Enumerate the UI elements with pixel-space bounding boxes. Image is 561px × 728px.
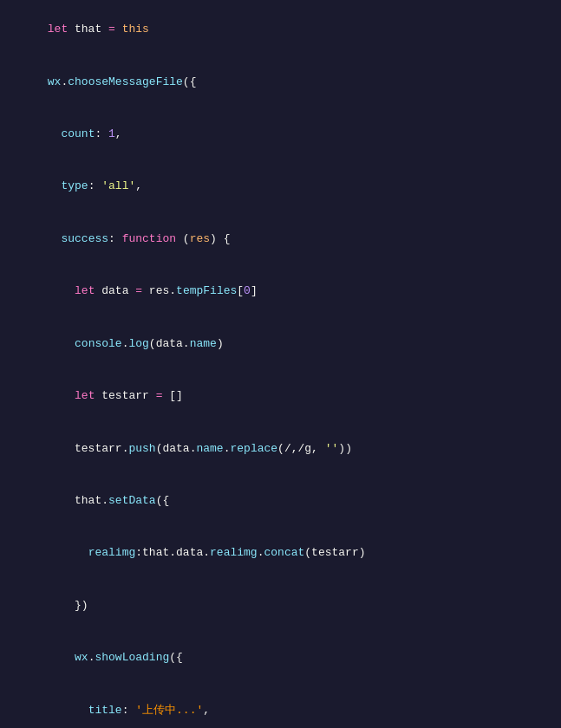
code-line: success: function (res) {	[0, 213, 561, 265]
code-editor: let that = this wx.chooseMessageFile({ c…	[0, 0, 561, 728]
code-line: let testarr = []	[0, 370, 561, 422]
code-line: })	[0, 580, 561, 632]
code-line: wx.showLoading({	[0, 632, 561, 684]
code-line: type: 'all',	[0, 160, 561, 212]
code-line: title: '上传中...',	[0, 684, 561, 728]
code-line: wx.chooseMessageFile({	[0, 55, 561, 107]
code-line: let data = res.tempFiles[0]	[0, 265, 561, 317]
code-line: realimg:that.data.realimg.concat(testarr…	[0, 527, 561, 579]
code-line: count: 1,	[0, 108, 561, 160]
code-line: console.log(data.name)	[0, 318, 561, 370]
code-line: let that = this	[0, 3, 561, 55]
code-line: that.setData({	[0, 475, 561, 527]
code-line: testarr.push(data.name.replace(/,/g, '')…	[0, 422, 561, 474]
